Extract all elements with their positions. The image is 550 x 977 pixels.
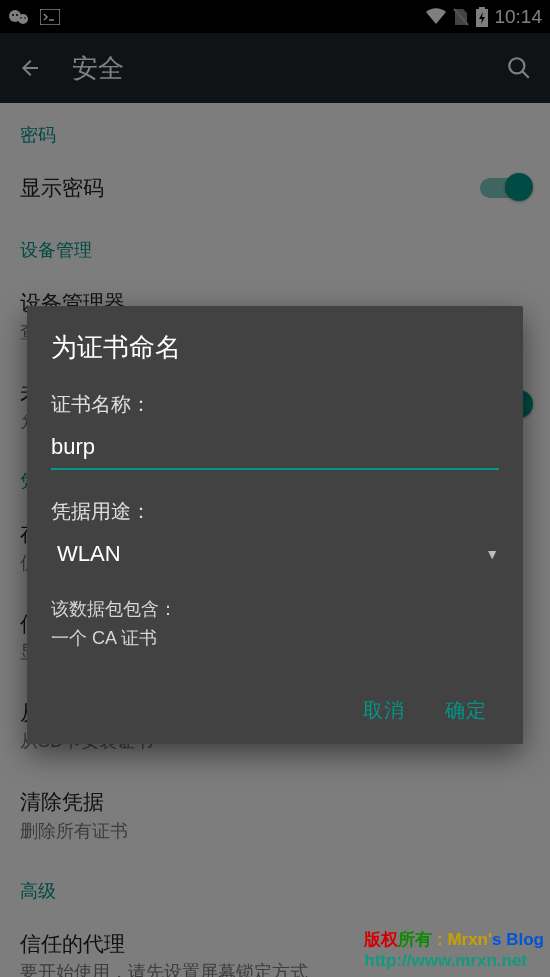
cert-name-label: 证书名称： xyxy=(51,391,499,418)
name-certificate-dialog: 为证书命名 证书名称： 凭据用途： WLAN ▼ 该数据包包含： 一个 CA 证… xyxy=(27,306,523,744)
dialog-title: 为证书命名 xyxy=(51,330,499,365)
dialog-actions: 取消 确定 xyxy=(51,697,499,732)
watermark: 版权所有 : Mrxn's Blog http://www.mrxn.net xyxy=(364,929,544,972)
ok-button[interactable]: 确定 xyxy=(445,697,487,724)
cancel-button[interactable]: 取消 xyxy=(363,697,405,724)
package-contents: 一个 CA 证书 xyxy=(51,624,499,653)
package-contains-label: 该数据包包含： xyxy=(51,595,499,624)
cert-name-input[interactable] xyxy=(51,428,499,470)
chevron-down-icon: ▼ xyxy=(485,546,499,562)
cred-use-dropdown[interactable]: WLAN ▼ xyxy=(51,535,499,577)
cred-use-label: 凭据用途： xyxy=(51,498,499,525)
dropdown-value: WLAN xyxy=(57,541,121,567)
